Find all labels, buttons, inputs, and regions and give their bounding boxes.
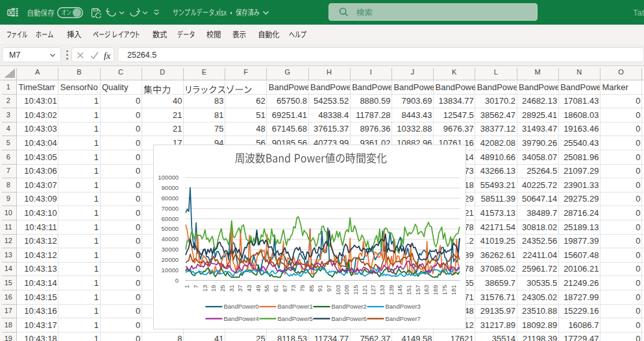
svg-text:181: 181: [450, 285, 457, 296]
svg-text:103: 103: [334, 285, 341, 296]
svg-text:10000: 10000: [162, 266, 179, 274]
svg-text:19: 19: [210, 285, 217, 292]
svg-text:80000: 80000: [162, 194, 179, 202]
svg-text:175: 175: [441, 285, 448, 296]
svg-text:13: 13: [201, 285, 208, 292]
svg-text:50000: 50000: [162, 225, 179, 232]
svg-text:BandPower7: BandPower7: [386, 315, 421, 322]
svg-text:133: 133: [378, 285, 386, 296]
svg-text:BandPower3: BandPower3: [386, 303, 421, 310]
svg-text:115: 115: [352, 285, 359, 295]
svg-text:163: 163: [423, 285, 430, 296]
svg-text:145: 145: [396, 285, 403, 296]
svg-text:70000: 70000: [162, 205, 179, 212]
svg-text:25: 25: [219, 285, 226, 292]
svg-text:BandPower4: BandPower4: [224, 315, 259, 322]
svg-text:121: 121: [361, 285, 368, 296]
svg-text:85: 85: [308, 285, 315, 292]
svg-text:1: 1: [183, 285, 190, 288]
svg-text:49: 49: [254, 285, 262, 292]
svg-text:20000: 20000: [162, 256, 179, 263]
svg-text:90000: 90000: [162, 184, 179, 191]
svg-text:61: 61: [272, 285, 279, 292]
svg-text:100000: 100000: [158, 174, 179, 181]
svg-text:73: 73: [290, 285, 297, 292]
svg-text:BandPower6: BandPower6: [332, 315, 367, 322]
svg-text:79: 79: [299, 285, 306, 292]
svg-text:fx: fx: [104, 51, 111, 60]
svg-text:BandPower0: BandPower0: [224, 303, 259, 310]
svg-text:40000: 40000: [162, 235, 179, 242]
svg-text:127: 127: [369, 285, 377, 296]
svg-text:55: 55: [263, 285, 270, 292]
svg-text:169: 169: [432, 285, 439, 296]
svg-text:BandPower1: BandPower1: [278, 303, 313, 310]
svg-text:60000: 60000: [162, 215, 179, 222]
svg-text:97: 97: [325, 285, 332, 292]
svg-text:0: 0: [175, 277, 179, 284]
svg-text:31: 31: [228, 285, 235, 292]
svg-text:7: 7: [192, 285, 199, 288]
svg-text:43: 43: [245, 285, 253, 292]
svg-text:109: 109: [343, 285, 350, 296]
svg-text:30000: 30000: [162, 246, 179, 253]
svg-text:67: 67: [281, 285, 288, 292]
svg-text:151: 151: [405, 285, 412, 296]
svg-text:BandPower2: BandPower2: [332, 303, 367, 310]
svg-text:157: 157: [414, 285, 421, 296]
svg-text:37: 37: [236, 285, 243, 292]
svg-text:91: 91: [316, 285, 323, 292]
svg-text:139: 139: [388, 285, 395, 296]
svg-text:BandPower5: BandPower5: [278, 315, 313, 322]
